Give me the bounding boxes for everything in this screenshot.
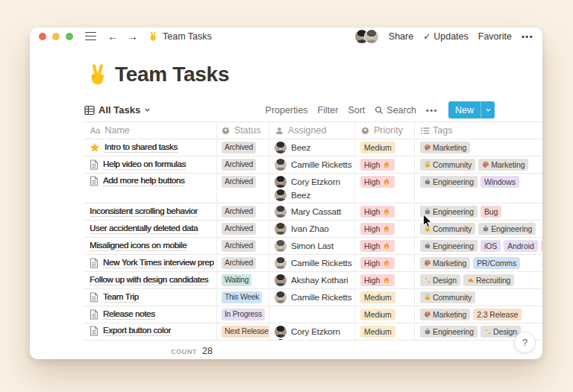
task-name-cell[interactable]: Misaligned icons on mobile [84,238,217,254]
priority-pill[interactable]: High [360,159,395,171]
status-pill[interactable]: Archived [222,257,256,269]
assigned-person[interactable]: Camille Ricketts [275,291,349,303]
assigned-person[interactable]: Camille Ricketts [275,257,349,269]
tag-pill[interactable]: Marketing [420,309,470,320]
tag-pill[interactable]: Marketing [478,159,528,171]
new-button[interactable]: New [448,101,495,118]
tag-pill[interactable]: Android [504,240,538,252]
assigned-person[interactable]: Beez [275,142,349,154]
close-window-button[interactable] [39,33,46,40]
tags-cell[interactable]: Community [415,289,542,306]
assigned-person[interactable]: Cory Etzkorn [275,176,349,188]
priority-pill[interactable]: Medium [360,309,395,320]
assigned-cell[interactable]: Cory EtzkornBeez [269,323,355,340]
column-header-assigned[interactable]: Assigned [269,122,355,139]
status-cell[interactable]: Archived [217,203,269,220]
table-row[interactable]: Intro to shared tasksArchivedBeezMediumM… [84,139,542,157]
zoom-window-button[interactable] [66,33,73,40]
properties-button[interactable]: Properties [266,105,308,116]
tag-pill[interactable]: Bug [541,240,542,252]
tag-pill[interactable]: Marketing [420,142,470,154]
tags-cell[interactable]: DesignRecruiting [415,272,542,288]
sidebar-menu-icon[interactable] [85,32,96,41]
task-name-cell[interactable]: Release notes [84,306,217,323]
status-pill[interactable]: In Progress [222,309,265,320]
assigned-cell[interactable]: Camille Ricketts [269,157,355,173]
assigned-person[interactable]: Beez [275,339,349,340]
status-cell[interactable]: Archived [217,238,269,254]
share-button[interactable]: Share [389,31,413,42]
minimize-window-button[interactable] [52,33,60,40]
assigned-cell[interactable]: Simon Last [269,238,355,254]
priority-cell[interactable]: Medium [355,139,415,156]
priority-pill[interactable]: High [360,206,395,218]
priority-pill[interactable]: High [360,274,395,286]
tag-pill[interactable]: PR/Comms [473,257,520,269]
priority-pill[interactable]: Medium [360,291,395,303]
sort-button[interactable]: Sort [348,105,365,116]
priority-cell[interactable]: High [355,203,415,220]
assigned-cell[interactable]: Akshay Kothari [269,272,355,288]
assigned-person[interactable]: Camille Ricketts [275,159,349,171]
member-avatars[interactable] [354,29,379,44]
tag-pill[interactable]: Community [420,291,475,303]
tag-pill[interactable]: Design [420,274,460,286]
priority-cell[interactable]: High [355,157,415,173]
priority-cell[interactable]: Medium [355,323,415,340]
column-header-name[interactable]: AaName [84,122,217,139]
tag-pill[interactable]: Engineering [420,176,478,188]
status-pill[interactable]: This Week [222,291,262,303]
table-row[interactable]: Follow up with design candidatesWaitingA… [84,272,542,289]
status-pill[interactable]: Archived [222,159,256,171]
breadcrumb[interactable]: Team Tasks [148,31,212,42]
count-footer[interactable]: COUNT 28 [84,341,217,356]
tag-pill[interactable]: Community [420,159,475,171]
priority-pill[interactable]: High [360,240,395,252]
priority-pill[interactable]: Medium [360,326,395,338]
tag-pill[interactable]: Recruiting [463,274,514,286]
priority-cell[interactable]: Medium [355,306,415,323]
more-options-button[interactable]: ••• [522,32,533,41]
task-name-cell[interactable]: Intro to shared tasks [84,139,217,156]
task-name-cell[interactable]: Follow up with design candidates [84,272,217,288]
status-cell[interactable]: Archived [217,139,269,156]
task-name-cell[interactable]: New York Times interview prep [84,255,217,271]
table-row[interactable]: New York Times interview prepArchivedCam… [84,255,542,272]
task-name-cell[interactable]: Team Trip [84,289,217,306]
task-name-cell[interactable]: Export button color [84,323,217,340]
tag-pill[interactable]: Bug [480,206,501,218]
priority-pill[interactable]: Medium [360,142,395,154]
status-cell[interactable]: Archived [217,174,269,203]
column-header-status[interactable]: Status [217,122,269,139]
priority-cell[interactable]: High [355,255,415,271]
tag-pill[interactable]: Marketing [420,257,470,269]
tags-cell[interactable]: MarketingPR/Comms [415,255,542,271]
column-header-tags[interactable]: Tags [415,122,542,139]
status-pill[interactable]: Archived [222,240,256,252]
tags-cell[interactable]: Marketing [415,139,542,156]
view-switcher[interactable]: All Tasks [84,104,151,116]
table-row[interactable]: Add more help buttonsArchivedCory Etzkor… [84,174,542,203]
back-button[interactable]: ← [107,31,119,42]
assigned-person[interactable]: Simon Last [275,240,349,252]
tag-pill[interactable]: Engineering [420,240,478,252]
assigned-person[interactable]: Mary Cassatt [275,206,349,218]
filter-button[interactable]: Filter [318,105,339,116]
priority-cell[interactable]: High [355,238,415,254]
priority-cell[interactable]: Medium [355,289,415,306]
table-row[interactable]: Misaligned icons on mobileArchivedSimon … [84,238,542,255]
assigned-person[interactable]: Ivan Zhao [275,223,349,235]
tag-pill[interactable]: Engineering [478,223,536,235]
priority-cell[interactable]: High [355,272,415,288]
tags-cell[interactable]: EngineeringWindows [415,174,542,203]
priority-pill[interactable]: High [360,176,395,188]
assigned-cell[interactable]: Ivan Zhao [269,221,355,237]
status-pill[interactable]: Archived [222,223,256,235]
priority-cell[interactable]: High [355,174,415,203]
assigned-cell[interactable]: Camille Ricketts [269,289,355,306]
updates-button[interactable]: ✓Updates [423,31,469,42]
priority-pill[interactable]: High [360,257,395,269]
tag-pill[interactable]: iOS [480,240,501,252]
tag-pill[interactable]: Windows [480,176,519,188]
tags-cell[interactable]: EngineeringiOSAndroidBug [415,238,542,254]
